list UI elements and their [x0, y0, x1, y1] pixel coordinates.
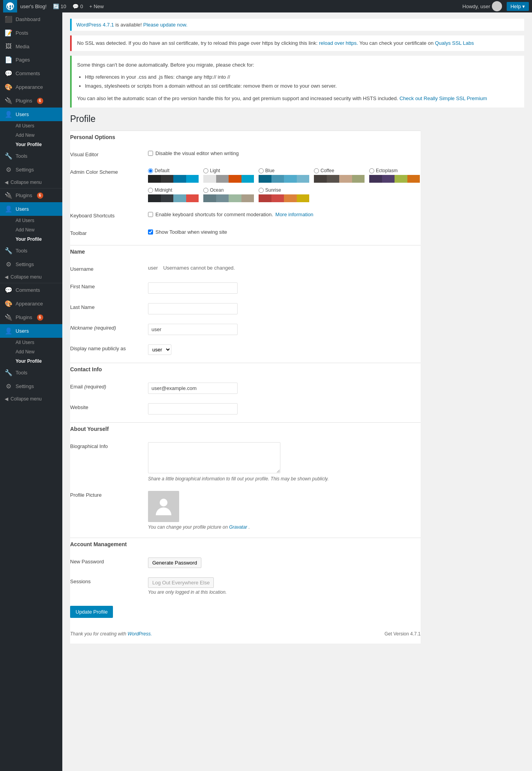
- color-scheme-midnight[interactable]: Midnight: [148, 187, 199, 202]
- logout-everywhere-btn[interactable]: Log Out Everywhere Else: [148, 577, 214, 588]
- sidebar-item-plugins-3[interactable]: 🔌 Plugins 6: [0, 311, 62, 324]
- ssl-premium-link[interactable]: Check out Really Simple SSL Premium: [400, 95, 487, 101]
- sidebar-item-users-2[interactable]: 👤 Users: [0, 202, 62, 216]
- generate-password-btn[interactable]: Generate Password: [148, 558, 201, 568]
- submenu-your-profile[interactable]: Your Profile: [0, 140, 62, 149]
- submenu-your-profile-3[interactable]: Your Profile: [0, 356, 62, 366]
- submenu-all-users-3[interactable]: All Users: [0, 338, 62, 347]
- color-scheme-sunrise[interactable]: Sunrise: [259, 187, 309, 202]
- account-mgmt-table: New Password Generate Password Sessions …: [70, 553, 421, 600]
- sidebar-item-users-3[interactable]: 👤 Users: [0, 324, 62, 338]
- keyboard-shortcuts-checkbox[interactable]: [148, 212, 153, 217]
- visual-editor-row: Visual Editor Disable the visual editor …: [70, 146, 421, 163]
- color-scheme-blue-radio[interactable]: [259, 168, 264, 173]
- users-icon-2: 👤: [5, 205, 12, 213]
- new-content-btn[interactable]: + New: [86, 0, 107, 12]
- submenu-all-users-2[interactable]: All Users: [0, 216, 62, 225]
- reload-https-link[interactable]: reload over https.: [319, 40, 358, 46]
- sidebar-item-plugins[interactable]: 🔌 Plugins 6: [0, 94, 62, 108]
- color-scheme-light[interactable]: Light: [203, 168, 254, 183]
- color-scheme-light-radio[interactable]: [203, 168, 208, 173]
- wp-logo[interactable]: [3, 0, 17, 12]
- sidebar-item-plugins-2[interactable]: 🔌 Plugins 6: [0, 189, 62, 202]
- collapse-menu-btn-3[interactable]: ◀ Collapse menu: [0, 393, 62, 405]
- howdy-user[interactable]: Howdy, user: [459, 0, 505, 12]
- sidebar-item-tools-3[interactable]: 🔧 Tools: [0, 366, 62, 379]
- nickname-input[interactable]: [148, 324, 238, 335]
- collapse-menu-btn-2[interactable]: ◀ Collapse menu: [0, 271, 62, 283]
- sidebar-item-appearance-3[interactable]: 🎨 Appearance: [0, 297, 62, 311]
- sidebar-item-users[interactable]: 👤 Users: [0, 108, 62, 121]
- last-name-input[interactable]: [148, 303, 238, 314]
- sidebar-item-settings[interactable]: ⚙ Settings: [0, 163, 62, 176]
- sessions-row: Sessions Log Out Everywhere Else You are…: [70, 573, 421, 600]
- update-profile-btn[interactable]: Update Profile: [70, 606, 113, 618]
- submenu-add-new-3[interactable]: Add New: [0, 347, 62, 356]
- submenu-add-new-2[interactable]: Add New: [0, 225, 62, 235]
- username-note: Usernames cannot be changed.: [163, 265, 235, 271]
- bio-note: Share a little biographical information …: [148, 476, 421, 482]
- sidebar-item-settings-3[interactable]: ⚙ Settings: [0, 379, 62, 393]
- submenu-your-profile-2[interactable]: Your Profile: [0, 235, 62, 244]
- bio-label: Biographical Info: [70, 438, 148, 486]
- bio-textarea[interactable]: [148, 442, 280, 473]
- color-scheme-ectoplasm[interactable]: Ectoplasm: [369, 168, 420, 183]
- color-scheme-sunrise-radio[interactable]: [259, 188, 264, 193]
- first-name-input[interactable]: [148, 282, 238, 294]
- display-name-select[interactable]: user: [148, 344, 171, 355]
- nickname-label: Nickname (required): [70, 319, 148, 340]
- footer-version: Get Version 4.7.1: [384, 631, 421, 637]
- comments-btn[interactable]: 💬 0: [69, 0, 86, 12]
- visual-editor-checkbox-label[interactable]: Disable the visual editor when writing: [148, 150, 421, 156]
- submenu-all-users[interactable]: All Users: [0, 121, 62, 131]
- sidebar-item-comments-3[interactable]: 💬 Comments: [0, 283, 62, 297]
- wp-update-link[interactable]: WordPress 4.7.1: [76, 22, 114, 28]
- visual-editor-label: Visual Editor: [70, 146, 148, 163]
- help-button[interactable]: Help ▾: [507, 2, 529, 11]
- sidebar-item-settings-2[interactable]: ⚙ Settings: [0, 258, 62, 271]
- toolbar-checkbox[interactable]: [148, 229, 153, 235]
- wordpress-link[interactable]: WordPress.: [127, 631, 152, 637]
- email-input[interactable]: [148, 383, 238, 394]
- email-row: Email (required): [70, 378, 421, 399]
- color-scheme-blue[interactable]: Blue: [259, 168, 309, 183]
- color-scheme-default-radio[interactable]: [148, 168, 153, 173]
- website-input[interactable]: [148, 403, 238, 415]
- color-scheme-default[interactable]: Default: [148, 168, 199, 183]
- plugins-icon-2: 🔌: [5, 192, 12, 199]
- sidebar-item-tools[interactable]: 🔧 Tools: [0, 149, 62, 163]
- site-name[interactable]: user's Blog!: [17, 0, 50, 12]
- keyboard-shortcuts-checkbox-label[interactable]: Enable keyboard shortcuts for comment mo…: [148, 212, 421, 217]
- color-scheme-ocean[interactable]: Ocean: [203, 187, 254, 202]
- gravatar-link[interactable]: Gravatar: [229, 524, 247, 530]
- collapse-menu-btn[interactable]: ◀ Collapse menu: [0, 176, 62, 188]
- sidebar-item-media[interactable]: 🖼 Media: [0, 40, 62, 53]
- sidebar-item-comments[interactable]: 💬 Comments: [0, 67, 62, 80]
- submenu-add-new[interactable]: Add New: [0, 131, 62, 140]
- update-profile-wrapper: Update Profile: [70, 600, 421, 624]
- ectoplasm-swatch: [369, 175, 420, 183]
- toolbar-checkbox-label[interactable]: Show Toolbar when viewing site: [148, 229, 421, 235]
- color-scheme-coffee-radio[interactable]: [314, 168, 319, 173]
- personal-options-table: Visual Editor Disable the visual editor …: [70, 146, 421, 242]
- qualys-link[interactable]: Qualys SSL Labs: [435, 40, 474, 46]
- sidebar-item-dashboard[interactable]: ⬛ Dashboard: [0, 12, 62, 26]
- color-scheme-ectoplasm-radio[interactable]: [369, 168, 374, 173]
- updates-btn[interactable]: 🔄 10: [50, 0, 69, 12]
- appearance-icon: 🎨: [5, 83, 12, 91]
- color-scheme-coffee[interactable]: Coffee: [314, 168, 365, 183]
- plugins-icon: 🔌: [5, 97, 12, 104]
- update-notice: WordPress 4.7.1 is available! Please upd…: [70, 19, 524, 31]
- please-update-link[interactable]: Please update now.: [143, 22, 187, 28]
- sidebar-item-posts[interactable]: 📝 Posts: [0, 26, 62, 40]
- keyboard-shortcuts-more-info[interactable]: More information: [275, 212, 314, 217]
- footer-thanks: Thank you for creating with WordPress.: [70, 627, 152, 640]
- color-scheme-options: Default: [148, 168, 421, 202]
- email-label: Email (required): [70, 378, 148, 399]
- sidebar-item-tools-2[interactable]: 🔧 Tools: [0, 244, 62, 258]
- color-scheme-midnight-radio[interactable]: [148, 188, 153, 193]
- visual-editor-checkbox[interactable]: [148, 151, 153, 156]
- sidebar-item-appearance[interactable]: 🎨 Appearance: [0, 80, 62, 94]
- color-scheme-ocean-radio[interactable]: [203, 188, 208, 193]
- sidebar-item-pages[interactable]: 📄 Pages: [0, 53, 62, 67]
